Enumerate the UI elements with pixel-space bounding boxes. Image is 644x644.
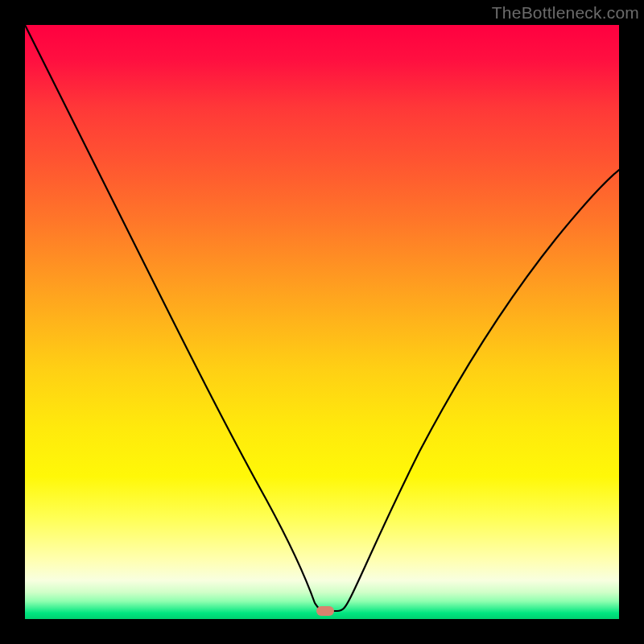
bottleneck-curve bbox=[25, 25, 619, 619]
watermark-text: TheBottleneck.com bbox=[492, 3, 639, 23]
chart-frame: TheBottleneck.com bbox=[0, 0, 644, 644]
optimal-point-marker bbox=[316, 606, 334, 616]
plot-area bbox=[25, 25, 619, 619]
curve-path bbox=[25, 25, 619, 611]
